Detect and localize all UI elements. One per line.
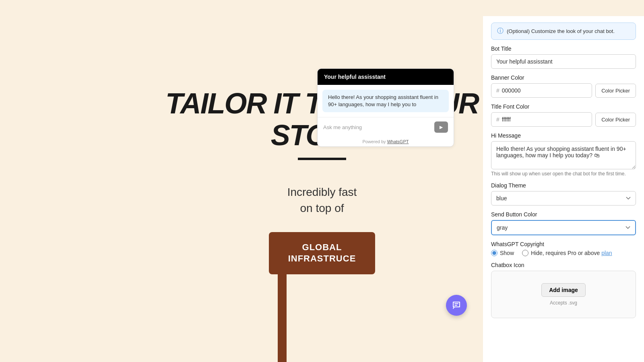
title-font-color-picker-button[interactable]: Color Picker <box>595 113 636 127</box>
chat-send-button[interactable]: ► <box>434 121 448 133</box>
hi-message-textarea[interactable]: Hello there! As your shopping assistant … <box>491 141 636 169</box>
chat-preview-widget: Your helpful assisstant Hello there! As … <box>317 68 454 147</box>
icon-upload-area[interactable]: Add image Accepts .svg <box>491 271 636 318</box>
radio-show-label[interactable]: Show <box>491 250 514 256</box>
copyright-radio-group: Show Hide, requires Pro or above plan <box>491 250 636 256</box>
banner-color-label: Banner Color <box>491 74 636 81</box>
chatbox-icon-label: Chatbox Icon <box>491 262 636 268</box>
chat-input-placeholder: Ask me anything <box>323 124 362 130</box>
chat-input-bar: Ask me anything ► <box>318 117 454 137</box>
bot-title-label: Bot Title <box>491 45 636 52</box>
accepts-hint: Accepts .svg <box>500 300 627 306</box>
chat-header: Your helpful assisstant <box>318 69 454 85</box>
dialog-theme-field: Dialog Theme blue dark light <box>491 182 636 206</box>
title-font-color-input-wrap: # <box>491 112 592 127</box>
banner-color-input-wrap: # <box>491 83 592 98</box>
send-button-color-select[interactable]: gray blue green black <box>491 220 636 235</box>
title-font-color-field: Title Font Color # Color Picker <box>491 103 636 127</box>
banner-color-input[interactable] <box>502 87 587 94</box>
title-font-color-input[interactable] <box>502 116 587 123</box>
banner-color-field: Banner Color # Color Picker <box>491 74 636 98</box>
title-font-color-row: # Color Picker <box>491 112 636 127</box>
radio-show-input[interactable] <box>491 250 497 256</box>
dialog-theme-select[interactable]: blue dark light <box>491 191 636 206</box>
add-image-button[interactable]: Add image <box>541 283 586 297</box>
chat-header-title: Your helpful assisstant <box>324 74 386 80</box>
chat-bubble: Hello there! As your shopping assistant … <box>322 90 449 112</box>
send-button-color-label: Send Button Color <box>491 211 636 218</box>
hash-symbol: # <box>496 87 500 94</box>
info-icon: ⓘ <box>497 27 504 35</box>
bot-title-field: Bot Title <box>491 45 636 69</box>
whats-gpt-link[interactable]: WhatsGPT <box>387 139 409 144</box>
radio-hide-label[interactable]: Hide, requires Pro or above plan <box>522 250 612 256</box>
hash-symbol-2: # <box>496 116 500 123</box>
whats-gpt-copyright-label: WhatsGPT Copyright <box>491 241 636 247</box>
banner-color-row: # Color Picker <box>491 83 636 98</box>
config-panel: ⓘ (Optional) Customize the look of your … <box>483 16 644 362</box>
vertical-bar <box>278 233 287 362</box>
hi-message-label: Hi Message <box>491 132 636 139</box>
info-banner: ⓘ (Optional) Customize the look of your … <box>491 23 636 40</box>
plan-link[interactable]: plan <box>601 250 612 256</box>
hi-message-hint: This will show up when user open the cha… <box>491 171 636 177</box>
chatbox-icon-field: Chatbox Icon Add image Accepts .svg <box>491 262 636 318</box>
chat-float-icon[interactable] <box>446 295 467 316</box>
bot-title-input[interactable] <box>491 54 636 69</box>
title-font-color-label: Title Font Color <box>491 103 636 110</box>
banner-color-picker-button[interactable]: Color Picker <box>595 84 636 98</box>
chat-powered-by: Powered by WhatsGPT <box>318 137 454 146</box>
whats-gpt-copyright-field: WhatsGPT Copyright Show Hide, requires P… <box>491 241 636 256</box>
sub-text: Incredibly fast on top of <box>287 184 357 216</box>
dialog-theme-label: Dialog Theme <box>491 182 636 189</box>
radio-hide-text: Hide, requires Pro or above plan <box>531 250 612 256</box>
heading-underline <box>298 158 346 160</box>
info-banner-text: (Optional) Customize the look of your ch… <box>507 28 615 34</box>
radio-show-text: Show <box>500 250 514 256</box>
send-button-color-field: Send Button Color gray blue green black <box>491 211 636 235</box>
hi-message-field: Hi Message Hello there! As your shopping… <box>491 132 636 177</box>
radio-hide-input[interactable] <box>522 250 528 256</box>
